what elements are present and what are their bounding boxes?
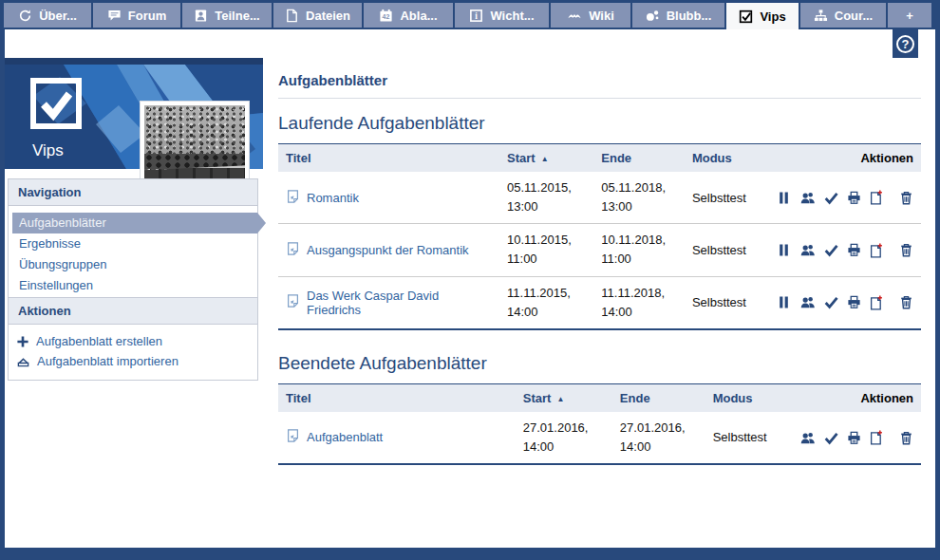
tab-forum[interactable]: Forum (93, 3, 180, 28)
copy-add-icon[interactable] (869, 243, 883, 258)
start-cell: 11.11.2015,14:00 (499, 276, 593, 329)
column-start[interactable]: Start▲ (499, 144, 593, 173)
column-modus[interactable]: Modus (705, 383, 787, 412)
table-row: Aufgabenblatt 27.01.2016,14:00 27.01.201… (278, 412, 921, 464)
sidebar-header: Vips (5, 58, 263, 169)
worksheet-icon (286, 241, 300, 259)
groups-icon[interactable] (799, 191, 817, 205)
worksheet-icon (286, 428, 300, 446)
groups-icon[interactable] (799, 431, 817, 445)
finished-sheets-table: Titel Start▲ Ende Modus Aktionen Aufgabe… (278, 383, 921, 465)
tab-vips[interactable]: Vips (726, 3, 799, 29)
print-icon[interactable] (847, 431, 861, 445)
tab-overview[interactable]: Über... (4, 3, 91, 28)
actions-box: Aktionen Aufgabenblatt erstellen Aufgabe… (8, 297, 258, 381)
column-ende[interactable]: Ende (612, 383, 705, 412)
tab-participants[interactable]: Teilne... (182, 3, 272, 28)
tab-label: Cour... (835, 9, 873, 23)
sort-asc-icon: ▲ (556, 395, 564, 403)
end-cell: 10.11.2018,11:00 (593, 224, 685, 276)
actions-cell (764, 172, 921, 224)
print-icon[interactable] (847, 243, 861, 257)
help-button[interactable]: ? (893, 29, 918, 58)
create-sheet-link[interactable]: Aufgabenblatt erstellen (12, 331, 257, 351)
copy-add-icon[interactable] (869, 430, 883, 445)
correct-check-icon[interactable] (824, 431, 838, 445)
navigation-box: Navigation Aufgabenblätter Ergebnisse Üb… (8, 178, 258, 306)
create-sheet-label: Aufgabenblatt erstellen (36, 331, 162, 351)
groups-icon[interactable] (799, 243, 817, 257)
delete-icon[interactable] (899, 295, 913, 309)
sidebar-item-einstellungen[interactable]: Einstellungen (12, 275, 257, 296)
copy-add-icon[interactable] (869, 295, 883, 310)
worksheet-icon (286, 189, 300, 207)
table-header-row: Titel Start▲ Ende Modus Aktionen (278, 383, 921, 412)
tab-add[interactable]: + (888, 3, 931, 28)
actions-header: Aktionen (9, 298, 257, 325)
tab-blubber[interactable]: Blubb... (632, 3, 724, 28)
info-icon (469, 9, 483, 23)
wiki-icon (567, 9, 582, 23)
delete-icon[interactable] (899, 431, 913, 445)
mode-cell: Selbsttest (685, 224, 764, 276)
files-icon (285, 9, 299, 23)
column-ende[interactable]: Ende (593, 144, 685, 173)
correct-check-icon[interactable] (824, 243, 838, 257)
content-area: ? Vips Naviga (5, 29, 935, 548)
print-icon[interactable] (847, 295, 861, 309)
sheet-link[interactable]: Das Werk Caspar David Friedrichs (307, 289, 492, 317)
column-titel[interactable]: Titel (278, 383, 516, 412)
groups-icon[interactable] (799, 295, 817, 309)
import-sheet-link[interactable]: Aufgabenblatt importieren (12, 351, 257, 371)
tab-label: Vips (760, 9, 785, 24)
delete-icon[interactable] (899, 191, 913, 205)
vips-logo-icon (30, 78, 82, 129)
actions-cell (786, 412, 921, 464)
sidebar-item-ergebnisse[interactable]: Ergebnisse (12, 233, 257, 254)
tab-courseware[interactable]: Cour... (800, 3, 886, 28)
schedule-icon (379, 9, 393, 23)
sheet-link[interactable]: Aufgabenblatt (307, 430, 383, 444)
tab-label: Blubb... (667, 9, 712, 23)
column-modus[interactable]: Modus (685, 144, 764, 173)
sheet-link[interactable]: Ausgangspunkt der Romantik (307, 243, 469, 257)
print-icon[interactable] (847, 191, 861, 205)
tab-information[interactable]: Wicht... (455, 3, 549, 28)
pause-icon[interactable] (777, 243, 791, 257)
worksheet-icon (286, 293, 300, 311)
sidebar-item-uebungsgruppen[interactable]: Übungsgruppen (12, 254, 257, 275)
pause-icon[interactable] (777, 295, 791, 309)
finished-sheets-heading: Beendete Aufgabenblätter (278, 353, 921, 374)
tab-label: Wiki (589, 9, 614, 23)
participants-icon (194, 9, 208, 23)
column-aktionen: Aktionen (786, 383, 921, 412)
start-cell: 10.11.2015,11:00 (499, 224, 593, 276)
running-sheets-section: Laufende Aufgabenblätter Titel Start▲ En… (278, 113, 921, 330)
tab-files[interactable]: Dateien (273, 3, 362, 28)
correct-check-icon[interactable] (824, 295, 838, 309)
actions-cell (764, 224, 921, 276)
copy-add-icon[interactable] (869, 190, 883, 205)
vips-checkbox-icon (739, 9, 753, 24)
import-icon (16, 354, 30, 368)
column-aktionen: Aktionen (764, 144, 921, 173)
start-cell: 05.11.2015,13:00 (499, 172, 593, 224)
delete-icon[interactable] (899, 243, 913, 257)
sidebar-item-aufgabenblaetter[interactable]: Aufgabenblätter (12, 213, 257, 233)
column-titel[interactable]: Titel (278, 144, 499, 173)
column-start[interactable]: Start▲ (516, 383, 612, 412)
tab-label: Dateien (306, 9, 350, 23)
sort-asc-icon: ▲ (541, 155, 549, 163)
correct-check-icon[interactable] (824, 191, 838, 205)
courseware-icon (814, 9, 828, 23)
sidebar-title: Vips (32, 141, 64, 160)
sheet-link[interactable]: Romantik (307, 191, 359, 205)
mode-cell: Selbsttest (705, 412, 787, 464)
tab-schedule[interactable]: Abla... (364, 3, 453, 28)
mode-cell: Selbsttest (685, 276, 764, 329)
navigation-header: Navigation (9, 179, 257, 206)
tab-wiki[interactable]: Wiki (551, 3, 630, 28)
tab-label: Forum (128, 9, 166, 23)
end-cell: 27.01.2016,14:00 (612, 412, 705, 464)
pause-icon[interactable] (777, 191, 791, 205)
